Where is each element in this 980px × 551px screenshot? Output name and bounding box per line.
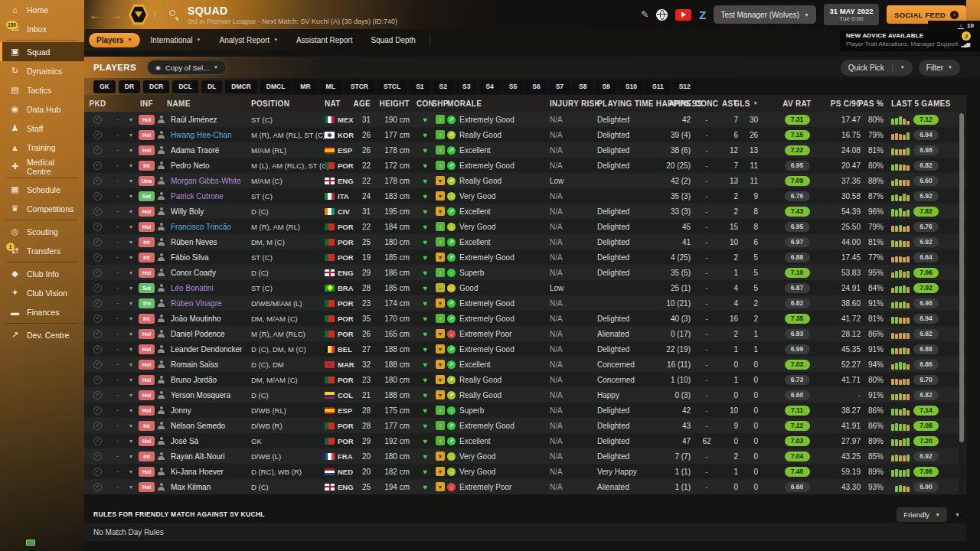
position-chip-ml[interactable]: ML <box>320 80 341 93</box>
table-row[interactable]: ✓-▾IntFábio SilvaST (C)POR19185 cm♥▼↗Ext… <box>84 249 966 265</box>
row-expand-chevron[interactable]: ▾ <box>129 116 132 123</box>
position-chip-s10[interactable]: S10 <box>619 80 643 93</box>
player-name[interactable]: Max Kilman <box>171 483 211 491</box>
sidebar-item-schedule[interactable]: ▦Schedule <box>0 180 84 199</box>
info-badge[interactable]: Int <box>139 452 155 461</box>
row-expand-chevron[interactable]: ▾ <box>129 239 132 246</box>
player-name[interactable]: Fábio Silva <box>171 253 208 262</box>
col-header-nat[interactable]: NAT <box>325 95 354 112</box>
position-chip-dmcl[interactable]: DMCL <box>260 80 292 93</box>
quick-pick-caret[interactable]: ▼ <box>893 65 913 70</box>
player-name[interactable]: Rúben Vinagre <box>171 299 222 308</box>
picked-check-icon[interactable]: ✓ <box>93 391 102 399</box>
row-expand-chevron[interactable]: ▾ <box>129 438 132 445</box>
position-chip-s1[interactable]: S1 <box>410 80 430 93</box>
row-expand-chevron[interactable]: ▾ <box>129 346 132 353</box>
sidebar-item-scouting[interactable]: ◎Scouting <box>0 222 84 241</box>
scrollbar[interactable] <box>959 112 965 494</box>
col-header-injury-risk[interactable]: INJURY RISK <box>550 95 597 112</box>
info-badge[interactable]: Hol <box>139 390 155 400</box>
picked-check-icon[interactable]: ✓ <box>93 253 102 262</box>
picked-check-icon[interactable]: ✓ <box>93 146 102 155</box>
player-name[interactable]: Pedro Neto <box>171 161 210 170</box>
table-row[interactable]: ✓-▾HolBruno JordãoDM, M/AM (C)POR23180 c… <box>84 372 966 387</box>
position-chip-s2[interactable]: S2 <box>433 80 453 93</box>
position-chip-stcr[interactable]: STCR <box>345 80 374 93</box>
table-row[interactable]: ✓-▾TrnRúben VinagreD/WB/M/AM (L)POR23174… <box>84 295 966 311</box>
picked-check-icon[interactable]: ✓ <box>93 422 102 430</box>
col-header-pkd[interactable]: PKD <box>84 95 111 112</box>
edit-pencil-icon[interactable]: ✎ <box>641 9 648 20</box>
info-badge[interactable]: Set <box>139 191 155 201</box>
position-chip-dmcr[interactable]: DMCR <box>225 80 257 93</box>
col-header-av-rat[interactable]: AV RAT <box>758 95 836 112</box>
player-name[interactable]: Yerson Mosquera <box>171 391 230 399</box>
info-badge[interactable]: Hol <box>139 436 155 446</box>
table-row[interactable]: ✓-▾HolRomain SaïssD (C), DMMAR32188 cm♥▼… <box>84 357 966 372</box>
position-chip-stcl[interactable]: STCL <box>377 80 407 93</box>
row-expand-chevron[interactable]: ▾ <box>129 468 132 475</box>
picked-check-icon[interactable]: ✓ <box>93 360 102 369</box>
sidebar-item-transfers[interactable]: ⇄1Transfers <box>0 241 84 260</box>
row-expand-chevron[interactable]: ▾ <box>129 178 132 184</box>
row-expand-chevron[interactable]: ▾ <box>129 331 132 337</box>
forward-button[interactable]: → <box>106 8 127 21</box>
table-row[interactable]: ✓-▾HolAdama TraoréM/AM (RL)ESP26178 cm♥↑… <box>84 142 966 158</box>
player-name[interactable]: Nélson Semedo <box>171 422 225 430</box>
sidebar-item-tactics[interactable]: ▤Tactics <box>0 80 84 99</box>
info-badge[interactable]: Hol <box>139 115 155 125</box>
table-row[interactable]: ✓-▾HolConor CoadyD (C)ENG29186 cm♥↑↑Supe… <box>84 265 966 280</box>
col-header-inf[interactable]: INF <box>138 95 155 112</box>
position-chip-dl[interactable]: DL <box>201 80 222 93</box>
info-badge[interactable]: Hol <box>139 329 155 339</box>
picked-check-icon[interactable]: ✓ <box>93 238 102 246</box>
club-switcher[interactable]: ▲▼ <box>153 11 157 18</box>
picked-check-icon[interactable]: ✓ <box>93 116 102 124</box>
sidebar-item-dynamics[interactable]: ↻Dynamics <box>0 61 84 80</box>
table-row[interactable]: ✓-▾IntRúben NevesDM, M (C)POR25180 cm♥↑↗… <box>84 234 966 249</box>
table-row[interactable]: ✓-▾HolJonnyD/WB (RL)ESP28175 cm♥↑↑Superb… <box>84 403 966 418</box>
sidebar-item-club-vision[interactable]: ✦Club Vision <box>0 283 84 302</box>
player-name[interactable]: Léo Bonatini <box>171 284 214 292</box>
match-type-dropdown[interactable]: Friendly ▼ <box>897 507 947 522</box>
z-brand-icon[interactable]: Z <box>699 8 706 21</box>
picked-check-icon[interactable]: ✓ <box>93 284 102 292</box>
tab-analyst-report[interactable]: Analyst Report▼ <box>212 33 286 47</box>
row-expand-chevron[interactable]: ▾ <box>129 453 132 460</box>
info-badge[interactable]: Int <box>139 253 155 262</box>
table-row[interactable]: ✓-▾SetPatrick CutroneST (C)ITA24183 cm♥▼… <box>84 188 966 204</box>
downloads-indicator[interactable]: ↓ 10 <box>928 21 980 31</box>
player-name[interactable]: Rúben Neves <box>171 238 217 246</box>
row-expand-chevron[interactable]: ▾ <box>129 392 132 399</box>
position-chip-s6[interactable]: S6 <box>526 80 546 93</box>
row-expand-chevron[interactable]: ▾ <box>129 147 132 154</box>
position-chip-gk[interactable]: GK <box>93 80 116 93</box>
player-name[interactable]: Patrick Cutrone <box>171 192 224 201</box>
player-name[interactable]: Raúl Jiménez <box>171 116 217 124</box>
player-name[interactable]: Hwang Hee-Chan <box>171 131 232 139</box>
game-date-button[interactable]: 31 MAY 2022 Tue 0:00 <box>824 4 879 25</box>
table-row[interactable]: ✓-▾IntJoão MoutinhoDM, M/AM (C)POR35170 … <box>84 311 966 326</box>
table-row[interactable]: ✓-▾HolKi-Jana HoeverD (RC), WB (R)NED201… <box>84 464 966 479</box>
sidebar-item-data-hub[interactable]: ◉Data Hub <box>0 99 84 119</box>
position-chip-s5[interactable]: S5 <box>503 80 523 93</box>
sidebar-item-club-info[interactable]: ◆Club Info <box>0 264 84 283</box>
row-expand-chevron[interactable]: ▾ <box>129 407 132 414</box>
tab-players[interactable]: Players▼ <box>89 33 140 47</box>
sidebar-item-dev-centre[interactable]: ↗Dev. Centre <box>0 325 84 344</box>
advice-panel[interactable]: NEW ADVICE AVAILABLE Player Trait Altera… <box>840 31 980 51</box>
sidebar-item-home[interactable]: ⌂Home <box>0 0 84 19</box>
picked-check-icon[interactable]: ✓ <box>93 406 102 415</box>
table-row[interactable]: ✓-▾HolWilly BolyD (C)CIV31195 cm♥▼↗Excel… <box>84 204 966 219</box>
info-badge[interactable]: Hol <box>139 207 155 217</box>
info-badge[interactable]: Int <box>139 161 155 171</box>
sidebar-item-training[interactable]: ▲Training <box>0 138 84 157</box>
sidebar-item-medical-centre[interactable]: ✚Medical Centre <box>0 157 84 176</box>
table-row[interactable]: ✓-▾HolRaúl JiménezST (C)MEX31190 cm♥↑↗Ex… <box>84 112 966 127</box>
sidebar-item-competitions[interactable]: ♛Competitions <box>0 199 84 218</box>
col-header-age[interactable]: AGE <box>354 95 374 112</box>
info-badge[interactable]: Hol <box>139 344 155 354</box>
row-expand-chevron[interactable]: ▾ <box>129 361 132 368</box>
row-expand-chevron[interactable]: ▾ <box>129 315 132 322</box>
club-crest-icon[interactable] <box>129 4 149 25</box>
